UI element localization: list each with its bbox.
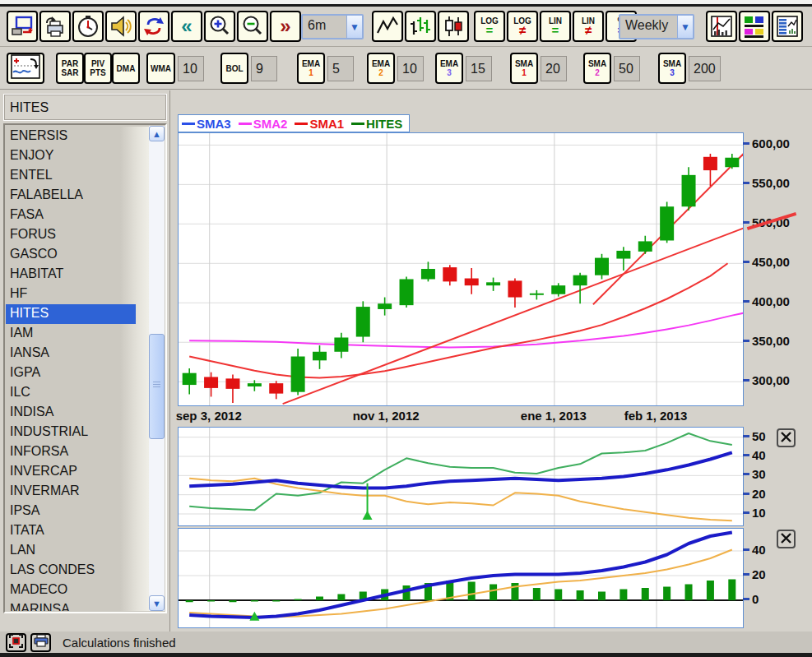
dma-button[interactable]: DMA <box>112 53 140 84</box>
sound-button[interactable] <box>105 11 137 42</box>
list-item[interactable]: IGPA <box>6 363 149 383</box>
list-item[interactable]: FASA <box>6 206 149 225</box>
list-item[interactable]: GASCO <box>6 245 149 265</box>
list-item[interactable]: INVERCAP <box>6 462 149 482</box>
sma-2-button[interactable]: SMA2 <box>583 53 611 84</box>
list-item[interactable]: LAS CONDES <box>6 561 149 581</box>
sma-2-value-field[interactable]: 50 <box>614 56 640 81</box>
sma-3-value-field[interactable]: 200 <box>689 56 721 81</box>
refresh-button[interactable] <box>138 11 169 42</box>
ema-1-button[interactable]: EMA1 <box>297 53 325 84</box>
fast-back-button[interactable]: « <box>171 11 202 42</box>
print-icon <box>34 634 49 650</box>
list-item[interactable]: ENJOY <box>6 146 149 166</box>
list-item[interactable]: FORUS <box>6 225 149 245</box>
list-scrollbar[interactable]: ▲ ▼ <box>149 126 165 611</box>
line-chart-button[interactable] <box>372 11 403 42</box>
indicator-tick: 40 <box>743 448 766 462</box>
period-dropdown[interactable]: 6m ▼ <box>301 14 364 39</box>
list-item[interactable]: ENERSIS <box>6 127 149 146</box>
ema-3-button[interactable]: EMA3 <box>435 53 463 84</box>
print-report-button[interactable] <box>30 633 51 652</box>
tick-label: 20 <box>752 487 766 501</box>
list-item[interactable]: IANSA <box>6 344 149 363</box>
indicator-chart-icon <box>710 15 733 38</box>
list-item[interactable]: HITES <box>6 304 136 324</box>
stopwatch-icon <box>77 15 100 38</box>
refresh-icon <box>142 15 165 38</box>
ohlc-bars-button[interactable] <box>405 11 436 42</box>
screens-button[interactable] <box>7 11 38 42</box>
tick-mark <box>743 300 749 303</box>
par-sar-label: PAR <box>62 59 78 68</box>
scroll-down-button[interactable]: ▼ <box>149 595 165 611</box>
macd-indicator-plot[interactable] <box>178 528 744 628</box>
list-item[interactable]: INDUSTRIAL <box>6 423 149 442</box>
list-item[interactable]: FALABELLA <box>6 186 149 206</box>
wma-button[interactable]: WMA <box>146 53 175 84</box>
close-dmi-panel-button[interactable] <box>777 428 796 447</box>
chart-settings-button[interactable] <box>7 53 44 84</box>
close-macd-panel-button[interactable] <box>777 530 796 548</box>
sma-3-label: SMA <box>663 59 681 68</box>
tick-mark <box>743 454 749 456</box>
log-equal-button[interactable]: LOG= <box>474 11 505 42</box>
tick-mark <box>743 511 749 514</box>
list-item[interactable]: LAN <box>6 541 149 561</box>
piv-pts-button[interactable]: PIVPTS <box>84 53 112 84</box>
legend-label: SMA2 <box>253 117 288 131</box>
selected-symbol-box: HITES <box>3 94 167 121</box>
scroll-up-button[interactable]: ▲ <box>149 126 165 141</box>
ema-1-value-field[interactable]: 5 <box>327 56 354 81</box>
ema-2-button[interactable]: EMA2 <box>367 53 395 84</box>
colors-button[interactable] <box>739 11 770 42</box>
chevron-down-icon[interactable]: ▼ <box>346 16 362 38</box>
candlestick-button[interactable] <box>438 11 469 42</box>
wma-value-field[interactable]: 10 <box>178 56 204 81</box>
list-item[interactable]: ENTEL <box>6 166 149 186</box>
price-tick: 300,00 <box>743 373 790 387</box>
lin-equal-button[interactable]: LIN= <box>540 11 571 42</box>
fast-forward-button[interactable]: » <box>270 11 301 42</box>
list-item[interactable]: HABITAT <box>6 265 149 285</box>
list-item[interactable]: HF <box>6 285 149 304</box>
fullscreen-button[interactable] <box>6 633 26 652</box>
report-button[interactable] <box>772 11 803 42</box>
legend-swatch <box>182 123 195 125</box>
list-item[interactable]: INDISA <box>6 403 149 423</box>
timer-button[interactable] <box>72 11 104 42</box>
price-chart-plot[interactable] <box>178 132 744 406</box>
zoom-in-button[interactable] <box>204 11 235 42</box>
scrollbar-grip <box>153 382 160 387</box>
bol-value-field[interactable]: 9 <box>251 56 277 81</box>
list-item[interactable]: ITATA <box>6 521 149 541</box>
date-tick: feb 1, 2013 <box>624 409 688 423</box>
sma-1-value-field[interactable]: 20 <box>541 56 567 81</box>
list-item[interactable]: MARINSA <box>6 600 149 611</box>
list-item[interactable]: MADECO <box>6 581 149 600</box>
log-notequal-symbol: ≠ <box>519 25 526 35</box>
sma-1-button[interactable]: SMA1 <box>510 53 538 84</box>
ema-2-value-field[interactable]: 10 <box>397 56 424 81</box>
print-chart-button[interactable] <box>39 11 71 42</box>
interval-dropdown[interactable]: Weekly ▼ <box>619 14 694 39</box>
scrollbar-thumb[interactable] <box>149 334 165 439</box>
ema-3-value-field[interactable]: 15 <box>466 56 492 81</box>
list-item[interactable]: IAM <box>6 324 149 344</box>
chevron-down-icon[interactable]: ▼ <box>677 16 693 38</box>
bol-button[interactable]: BOL <box>220 53 248 84</box>
chart-type-group <box>372 11 469 42</box>
log-notequal-button[interactable]: LOG≠ <box>507 11 538 42</box>
list-item[interactable]: IPSA <box>6 502 149 521</box>
indicator-chart-button[interactable] <box>706 11 737 42</box>
legend-item-sma1: SMA1 <box>295 117 344 131</box>
zoom-out-button[interactable] <box>237 11 268 42</box>
sma-3-button[interactable]: SMA3 <box>658 53 686 84</box>
list-item[interactable]: INVERMAR <box>6 482 149 502</box>
dmi-indicator-plot[interactable] <box>178 427 744 526</box>
list-item[interactable]: INFORSA <box>6 442 149 462</box>
list-item[interactable]: ILC <box>6 383 149 403</box>
par-sar-button[interactable]: PARSAR <box>56 53 84 84</box>
price-axis-labels: 600,00550,00500,00450,00400,00350,00300,… <box>743 132 812 406</box>
lin-notequal-button[interactable]: LIN≠ <box>573 11 604 42</box>
